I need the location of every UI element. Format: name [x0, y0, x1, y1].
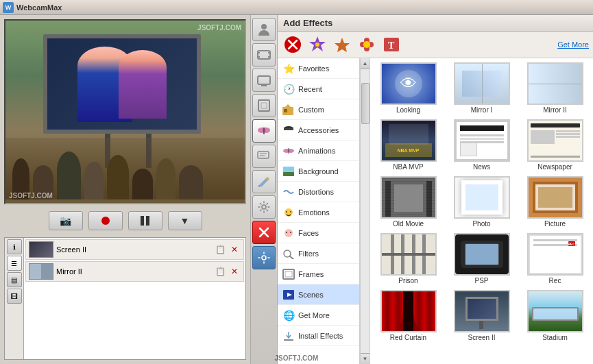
layers-list: Screen II 📋 ✕ Mirror II 📋 ✕: [24, 238, 245, 359]
category-favorites[interactable]: ⭐ Favorites: [278, 58, 359, 79]
scroll-thumb[interactable]: [361, 83, 370, 124]
list-layer-btn[interactable]: ☰: [7, 256, 22, 271]
category-animations[interactable]: Animations: [278, 141, 359, 161]
camera-button[interactable]: 📷: [49, 211, 83, 230]
svg-rect-2: [258, 52, 260, 53]
category-frames[interactable]: Frames: [278, 264, 359, 284]
wizard2-btn[interactable]: [331, 34, 353, 56]
sidebar-btn-gear[interactable]: [252, 195, 276, 219]
layer-thumb-2: [29, 263, 53, 280]
effect-prison[interactable]: Prison: [373, 232, 444, 286]
svg-rect-9: [261, 103, 267, 108]
effects-categories: ⭐ Favorites 🕐 Recent Custom: [278, 58, 360, 364]
layer-actions-1: 📋 ✕: [214, 243, 241, 256]
effect-name: Looking: [396, 106, 420, 114]
effect-rec[interactable]: REC Rec: [520, 232, 590, 286]
svg-rect-6: [258, 76, 270, 84]
category-scenes[interactable]: Scenes: [278, 284, 359, 305]
svg-rect-3: [258, 56, 260, 58]
get-more-link[interactable]: Get More: [557, 40, 589, 49]
info-layer-btn[interactable]: ℹ: [7, 239, 22, 254]
category-filters[interactable]: Filters: [278, 243, 359, 264]
sidebar-btn-chat[interactable]: [252, 145, 276, 168]
sidebar-btn-pencil[interactable]: [252, 170, 276, 193]
distortions-icon: [282, 185, 295, 199]
category-background[interactable]: Background: [278, 161, 359, 182]
category-custom[interactable]: Custom: [278, 99, 359, 120]
category-label: Accessories: [298, 126, 339, 134]
scroll-down-btn[interactable]: ▼: [361, 353, 370, 364]
video-preview: JSOFTJ.COM JSOFTJ.COM: [4, 19, 246, 204]
effects-title: Add Effects: [283, 18, 332, 28]
effect-news[interactable]: News: [446, 118, 517, 172]
effect-stadium[interactable]: Stadium: [520, 289, 590, 343]
svg-line-50: [290, 256, 293, 259]
layer-copy-1[interactable]: 📋: [214, 243, 226, 256]
sidebar-btn-film[interactable]: [252, 43, 276, 66]
category-faces[interactable]: Faces: [278, 223, 359, 243]
remove-effect-btn[interactable]: [282, 34, 304, 56]
effect-thumb-mirror2: [527, 62, 583, 105]
effect-thumb-nba: NBA MVP: [380, 119, 437, 162]
grid-layer-btn[interactable]: ▤: [7, 272, 22, 287]
text-effect-btn[interactable]: T: [380, 34, 402, 56]
layer-delete-2[interactable]: ✕: [228, 265, 241, 278]
layer-name-2: Mirror II: [56, 267, 211, 276]
flower-btn[interactable]: [356, 34, 378, 56]
sidebar-btn-butterfly[interactable]: [252, 119, 276, 143]
filters-icon: [282, 247, 295, 260]
effect-newspaper[interactable]: Newspaper: [520, 118, 590, 172]
layer-delete-1[interactable]: ✕: [228, 243, 241, 256]
svg-rect-8: [258, 100, 269, 111]
category-accessories[interactable]: Accessories: [278, 120, 359, 141]
install-icon: [282, 329, 295, 343]
layer-copy-2[interactable]: 📋: [214, 265, 226, 278]
effects-header: Add Effects: [278, 15, 593, 32]
svg-point-48: [290, 232, 291, 233]
download-button[interactable]: ▼: [168, 211, 202, 230]
effect-thumb-screenii: [454, 290, 510, 332]
effect-nba[interactable]: NBA MVP NBA MVP: [373, 118, 444, 172]
category-label: Animations: [298, 147, 335, 155]
effect-name: Rec: [549, 277, 561, 284]
effect-photo[interactable]: Photo: [446, 175, 517, 229]
scroll-up-btn[interactable]: ▲: [361, 58, 370, 69]
category-label: Faces: [298, 229, 319, 237]
category-install[interactable]: Install Effects: [278, 326, 359, 346]
effect-picture[interactable]: Picture: [520, 175, 590, 229]
sidebar-btn-tv[interactable]: [252, 69, 276, 92]
pause-button[interactable]: [128, 211, 162, 230]
film-layer-btn[interactable]: 🎞: [7, 289, 22, 304]
sidebar-btn-frame[interactable]: [252, 94, 276, 117]
svg-point-25: [315, 43, 319, 47]
category-label: Background: [298, 167, 339, 175]
effect-mirror1[interactable]: Mirror I: [446, 61, 517, 115]
svg-rect-52: [285, 271, 292, 277]
category-emotions[interactable]: Emotions: [278, 202, 359, 223]
sidebar-btn-person[interactable]: [252, 18, 276, 41]
wizard1-btn[interactable]: [306, 34, 328, 56]
effect-looking[interactable]: 👁 Looking: [373, 61, 444, 115]
main-container: JSOFTJ.COM JSOFTJ.COM 📷 ▼ ℹ: [0, 15, 593, 364]
svg-text:T: T: [388, 40, 395, 51]
svg-rect-37: [284, 128, 293, 130]
categories-scrollbar[interactable]: ▲ ▼: [360, 58, 370, 364]
effect-psp[interactable]: PSP: [446, 232, 517, 286]
effect-mirror2[interactable]: Mirror II: [520, 61, 590, 115]
effect-redcurtain[interactable]: Red Curtain: [373, 289, 444, 343]
sidebar-btn-delete[interactable]: [252, 221, 276, 244]
effect-name: NBA MVP: [393, 163, 423, 171]
title-bar: W WebcamMax: [0, 0, 593, 15]
category-getmore[interactable]: 🌐 Get More: [278, 305, 359, 326]
faces-icon: [282, 226, 295, 240]
sidebar-btn-settings2[interactable]: [252, 246, 276, 269]
record-button[interactable]: [88, 211, 123, 230]
category-recent[interactable]: 🕐 Recent: [278, 79, 359, 99]
effects-body: ⭐ Favorites 🕐 Recent Custom: [278, 58, 593, 364]
category-distortions[interactable]: Distortions: [278, 182, 359, 202]
category-label: Favorites: [298, 64, 329, 73]
effect-thumb-stadium: [527, 290, 583, 332]
effect-screenii[interactable]: Screen II: [446, 289, 517, 343]
effect-oldmovie[interactable]: Old Movie: [373, 175, 444, 229]
svg-rect-42: [283, 172, 294, 176]
